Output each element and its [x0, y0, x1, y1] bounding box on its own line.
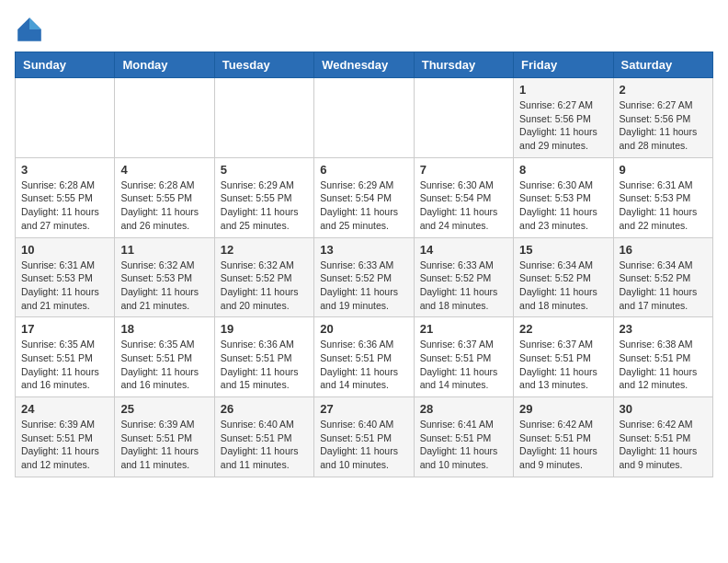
calendar-header: SundayMondayTuesdayWednesdayThursdayFrid… — [16, 52, 713, 78]
calendar-cell — [16, 78, 115, 158]
day-info: Sunrise: 6:34 AM Sunset: 5:52 PM Dayligh… — [519, 259, 607, 313]
calendar-cell: 3Sunrise: 6:28 AM Sunset: 5:55 PM Daylig… — [16, 157, 115, 237]
calendar-cell — [214, 78, 313, 158]
calendar-body: 1Sunrise: 6:27 AM Sunset: 5:56 PM Daylig… — [16, 78, 713, 477]
day-number: 16 — [620, 243, 707, 257]
calendar-cell: 23Sunrise: 6:38 AM Sunset: 5:51 PM Dayli… — [613, 317, 712, 397]
day-info: Sunrise: 6:32 AM Sunset: 5:52 PM Dayligh… — [221, 259, 308, 313]
weekday-header-monday: Monday — [115, 52, 214, 78]
day-info: Sunrise: 6:34 AM Sunset: 5:52 PM Dayligh… — [620, 259, 707, 313]
day-number: 1 — [519, 83, 607, 97]
day-info: Sunrise: 6:28 AM Sunset: 5:55 PM Dayligh… — [21, 178, 108, 233]
day-number: 18 — [120, 322, 208, 336]
day-number: 23 — [620, 322, 707, 336]
day-info: Sunrise: 6:33 AM Sunset: 5:52 PM Dayligh… — [320, 259, 407, 313]
calendar-cell: 21Sunrise: 6:37 AM Sunset: 5:51 PM Dayli… — [414, 317, 513, 397]
calendar-cell: 1Sunrise: 6:27 AM Sunset: 5:56 PM Daylig… — [514, 78, 613, 158]
day-info: Sunrise: 6:30 AM Sunset: 5:53 PM Dayligh… — [519, 178, 607, 233]
day-number: 4 — [120, 163, 208, 177]
calendar-week-row: 3Sunrise: 6:28 AM Sunset: 5:55 PM Daylig… — [16, 157, 713, 237]
day-info: Sunrise: 6:37 AM Sunset: 5:51 PM Dayligh… — [420, 338, 507, 392]
day-number: 15 — [519, 243, 607, 257]
calendar-cell: 20Sunrise: 6:36 AM Sunset: 5:51 PM Dayli… — [314, 317, 414, 397]
calendar-cell: 2Sunrise: 6:27 AM Sunset: 5:56 PM Daylig… — [613, 78, 712, 158]
day-info: Sunrise: 6:33 AM Sunset: 5:52 PM Dayligh… — [420, 259, 507, 313]
day-number: 21 — [420, 322, 507, 336]
day-info: Sunrise: 6:32 AM Sunset: 5:53 PM Dayligh… — [120, 259, 208, 313]
day-info: Sunrise: 6:35 AM Sunset: 5:51 PM Dayligh… — [21, 338, 108, 392]
logo — [15, 15, 48, 44]
day-info: Sunrise: 6:39 AM Sunset: 5:51 PM Dayligh… — [120, 418, 208, 472]
calendar-cell: 25Sunrise: 6:39 AM Sunset: 5:51 PM Dayli… — [115, 397, 214, 477]
calendar-cell: 16Sunrise: 6:34 AM Sunset: 5:52 PM Dayli… — [613, 237, 712, 317]
calendar-week-row: 24Sunrise: 6:39 AM Sunset: 5:51 PM Dayli… — [16, 397, 713, 477]
weekday-header-row: SundayMondayTuesdayWednesdayThursdayFrid… — [16, 52, 713, 78]
day-number: 17 — [21, 322, 108, 336]
calendar-cell: 29Sunrise: 6:42 AM Sunset: 5:51 PM Dayli… — [514, 397, 613, 477]
weekday-header-saturday: Saturday — [613, 52, 712, 78]
day-info: Sunrise: 6:38 AM Sunset: 5:51 PM Dayligh… — [620, 338, 707, 392]
calendar-cell: 17Sunrise: 6:35 AM Sunset: 5:51 PM Dayli… — [16, 317, 115, 397]
calendar-cell: 7Sunrise: 6:30 AM Sunset: 5:54 PM Daylig… — [414, 157, 513, 237]
day-number: 13 — [320, 243, 407, 257]
day-info: Sunrise: 6:35 AM Sunset: 5:51 PM Dayligh… — [120, 338, 208, 392]
day-number: 22 — [519, 322, 607, 336]
day-info: Sunrise: 6:27 AM Sunset: 5:56 PM Dayligh… — [519, 98, 607, 153]
day-number: 7 — [420, 163, 507, 177]
day-number: 8 — [519, 163, 607, 177]
day-number: 28 — [420, 402, 507, 416]
day-number: 10 — [21, 243, 108, 257]
day-number: 3 — [21, 163, 108, 177]
day-info: Sunrise: 6:29 AM Sunset: 5:55 PM Dayligh… — [221, 178, 308, 233]
calendar-cell: 22Sunrise: 6:37 AM Sunset: 5:51 PM Dayli… — [514, 317, 613, 397]
day-number: 9 — [620, 163, 707, 177]
calendar-week-row: 17Sunrise: 6:35 AM Sunset: 5:51 PM Dayli… — [16, 317, 713, 397]
calendar-cell: 11Sunrise: 6:32 AM Sunset: 5:53 PM Dayli… — [115, 237, 214, 317]
weekday-header-wednesday: Wednesday — [314, 52, 414, 78]
day-info: Sunrise: 6:31 AM Sunset: 5:53 PM Dayligh… — [21, 259, 108, 313]
day-number: 26 — [221, 402, 308, 416]
day-info: Sunrise: 6:41 AM Sunset: 5:51 PM Dayligh… — [420, 418, 507, 472]
calendar-cell — [115, 78, 214, 158]
day-number: 12 — [221, 243, 308, 257]
day-info: Sunrise: 6:42 AM Sunset: 5:51 PM Dayligh… — [620, 418, 707, 472]
calendar-cell — [414, 78, 513, 158]
day-number: 6 — [320, 163, 407, 177]
day-number: 5 — [221, 163, 308, 177]
day-number: 24 — [21, 402, 108, 416]
day-number: 20 — [320, 322, 407, 336]
calendar-cell: 5Sunrise: 6:29 AM Sunset: 5:55 PM Daylig… — [214, 157, 313, 237]
day-info: Sunrise: 6:40 AM Sunset: 5:51 PM Dayligh… — [221, 418, 308, 472]
day-info: Sunrise: 6:42 AM Sunset: 5:51 PM Dayligh… — [519, 418, 607, 472]
calendar-cell — [314, 78, 414, 158]
calendar-cell: 24Sunrise: 6:39 AM Sunset: 5:51 PM Dayli… — [16, 397, 115, 477]
day-info: Sunrise: 6:36 AM Sunset: 5:51 PM Dayligh… — [320, 338, 407, 392]
calendar-cell: 15Sunrise: 6:34 AM Sunset: 5:52 PM Dayli… — [514, 237, 613, 317]
day-number: 19 — [221, 322, 308, 336]
weekday-header-thursday: Thursday — [414, 52, 513, 78]
calendar-cell: 6Sunrise: 6:29 AM Sunset: 5:54 PM Daylig… — [314, 157, 414, 237]
day-number: 30 — [620, 402, 707, 416]
day-info: Sunrise: 6:28 AM Sunset: 5:55 PM Dayligh… — [120, 178, 208, 233]
day-info: Sunrise: 6:40 AM Sunset: 5:51 PM Dayligh… — [320, 418, 407, 472]
day-info: Sunrise: 6:39 AM Sunset: 5:51 PM Dayligh… — [21, 418, 108, 472]
page-header — [15, 15, 713, 44]
day-info: Sunrise: 6:36 AM Sunset: 5:51 PM Dayligh… — [221, 338, 308, 392]
weekday-header-friday: Friday — [514, 52, 613, 78]
day-number: 14 — [420, 243, 507, 257]
calendar-cell: 9Sunrise: 6:31 AM Sunset: 5:53 PM Daylig… — [613, 157, 712, 237]
day-number: 27 — [320, 402, 407, 416]
day-number: 11 — [120, 243, 208, 257]
calendar-cell: 19Sunrise: 6:36 AM Sunset: 5:51 PM Dayli… — [214, 317, 313, 397]
day-number: 25 — [120, 402, 208, 416]
calendar-week-row: 1Sunrise: 6:27 AM Sunset: 5:56 PM Daylig… — [16, 78, 713, 158]
calendar-cell: 27Sunrise: 6:40 AM Sunset: 5:51 PM Dayli… — [314, 397, 414, 477]
weekday-header-sunday: Sunday — [16, 52, 115, 78]
calendar-cell: 8Sunrise: 6:30 AM Sunset: 5:53 PM Daylig… — [514, 157, 613, 237]
day-info: Sunrise: 6:29 AM Sunset: 5:54 PM Dayligh… — [320, 178, 407, 233]
day-info: Sunrise: 6:30 AM Sunset: 5:54 PM Dayligh… — [420, 178, 507, 233]
calendar-cell: 10Sunrise: 6:31 AM Sunset: 5:53 PM Dayli… — [16, 237, 115, 317]
day-number: 29 — [519, 402, 607, 416]
calendar-cell: 4Sunrise: 6:28 AM Sunset: 5:55 PM Daylig… — [115, 157, 214, 237]
calendar-table: SundayMondayTuesdayWednesdayThursdayFrid… — [15, 52, 713, 477]
